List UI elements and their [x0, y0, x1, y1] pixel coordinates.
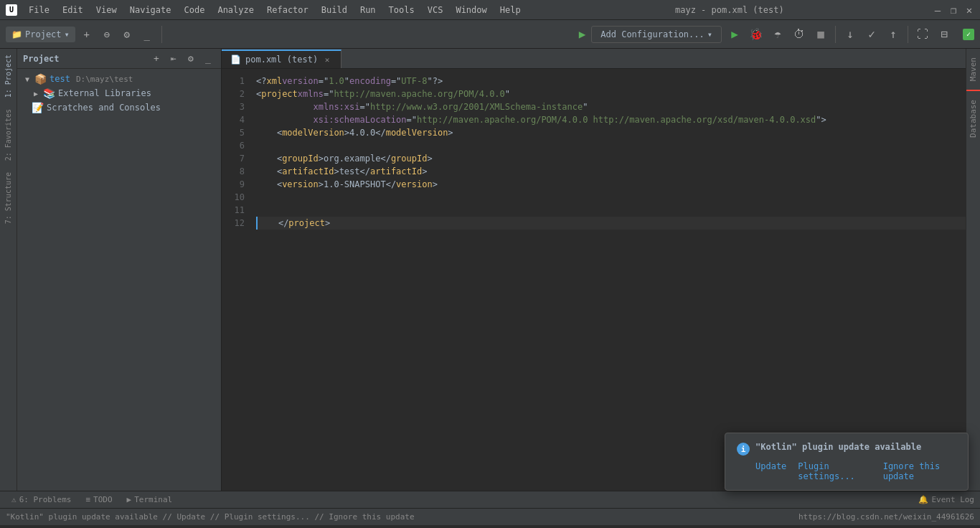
notification-actions: Update Plugin settings... Ignore this up…: [737, 461, 956, 481]
tree-item-scratches[interactable]: 📝 Scratches and Consoles: [17, 100, 221, 115]
project-panel-button[interactable]: 📁 Project ▾: [6, 27, 75, 42]
pom-icon: 📄: [230, 55, 241, 65]
code-editor[interactable]: <?xml version="1.0" encoding="UTF-8"?> <…: [250, 69, 966, 491]
expand-arrow: ▼: [23, 75, 32, 83]
editor-content: 1 2 3 4 5 6 7 8 9 10 11 12 <?xml version…: [222, 69, 966, 491]
event-log-button[interactable]: 🔔 Event Log: [918, 495, 974, 504]
settings-button[interactable]: ⚙: [118, 26, 136, 43]
fullscreen-button[interactable]: ⛶: [913, 24, 933, 44]
statusbar-url: https://blog.csdn.net/weixin_44961626: [798, 512, 974, 522]
editor-tabs: 📄 pom.xml (test) ✕: [222, 49, 966, 69]
database-tab[interactable]: Database: [966, 91, 980, 146]
todo-tab[interactable]: ≡ TODO: [80, 494, 118, 506]
update-link[interactable]: Update: [755, 461, 786, 481]
sidebar-close-button[interactable]: _: [201, 52, 215, 66]
external-libraries-label: External Libraries: [58, 88, 151, 98]
separator: [161, 26, 162, 43]
menu-item-edit[interactable]: Edit: [57, 4, 89, 16]
line-num-11: 11: [222, 204, 245, 217]
menu-item-view[interactable]: View: [90, 4, 123, 16]
notification-header: i "Kotlin" plugin update available: [737, 442, 956, 456]
sidebar-item-structure[interactable]: 7: Structure: [1, 166, 15, 230]
scratches-label: Scratches and Consoles: [47, 103, 161, 113]
line-numbers: 1 2 3 4 5 6 7 8 9 10 11 12: [222, 69, 250, 491]
collapse-button[interactable]: ⊖: [98, 26, 116, 43]
todo-label: TODO: [93, 495, 113, 504]
event-log-icon: 🔔: [918, 495, 928, 504]
vcs-update-button[interactable]: ↓: [840, 24, 860, 44]
menu-item-analyze[interactable]: Analyze: [212, 4, 260, 16]
terminal-tab[interactable]: ▶ Terminal: [121, 494, 179, 506]
window-title: mayz - pom.xml (test): [675, 5, 784, 15]
left-strip: 1: Project 2: Favorites 7: Structure: [0, 49, 17, 491]
far-right-strip: Maven Database: [966, 49, 980, 491]
notification-popup: i "Kotlin" plugin update available Updat…: [725, 433, 969, 491]
statusbar-message: "Kotlin" plugin update available // Upda…: [6, 512, 798, 522]
line-num-7: 7: [222, 152, 245, 165]
menu-item-vcs[interactable]: VCS: [422, 4, 449, 16]
code-line-3: ........... xmlns:xsi="http://www.w3.org…: [256, 100, 966, 113]
check-icon: ✓: [963, 29, 974, 40]
sidebar-item-favorites[interactable]: 2: Favorites: [1, 103, 15, 166]
editor-tab-pom[interactable]: 📄 pom.xml (test) ✕: [222, 50, 341, 68]
info-icon: i: [737, 443, 750, 456]
code-line-8: <artifactId> test </artifactId>: [256, 165, 966, 178]
code-line-6: [256, 139, 966, 152]
restore-button[interactable]: ❐: [948, 5, 958, 15]
toolbar: 📁 Project ▾ + ⊖ ⚙ _ ▶ Add Configuration.…: [0, 20, 980, 49]
coverage-button[interactable]: ☂: [768, 24, 788, 44]
menu-item-run[interactable]: Run: [354, 4, 382, 16]
tree-item-external-libraries[interactable]: ▶ 📚 External Libraries: [17, 86, 221, 100]
menu-item-help[interactable]: Help: [494, 4, 527, 16]
hide-button[interactable]: _: [138, 26, 156, 43]
root-path: D:\mayz\test: [76, 75, 133, 84]
app-icon: U: [6, 4, 17, 16]
split-button[interactable]: ⊟: [934, 24, 954, 44]
minimize-button[interactable]: —: [933, 5, 943, 15]
add-configuration-button[interactable]: Add Configuration... ▾: [591, 26, 722, 43]
run-controls: ▶ 🐞 ☂ ⏱ ■ ↓ ✓ ↑ ⛶ ⊟: [725, 24, 954, 44]
menu-item-tools[interactable]: Tools: [383, 4, 420, 16]
menu-bar: FileEditViewNavigateCodeAnalyzeRefactorB…: [23, 4, 527, 16]
statusbar: "Kotlin" plugin update available // Upda…: [0, 508, 980, 525]
menu-item-build[interactable]: Build: [316, 4, 353, 16]
vcs-commit-button[interactable]: ✓: [862, 24, 882, 44]
folder-icon: 📁: [11, 29, 22, 39]
problems-tab[interactable]: ⚠ 6: Problems: [6, 494, 77, 506]
root-label: test: [50, 74, 70, 84]
plugin-settings-link[interactable]: Plugin settings...: [798, 461, 871, 481]
problems-label: 6: Problems: [19, 495, 72, 504]
code-line-1: <?xml version="1.0" encoding="UTF-8"?>: [256, 75, 966, 88]
line-num-12: 12: [222, 217, 245, 230]
sidebar-settings-button[interactable]: ⚙: [184, 52, 198, 66]
sidebar-item-project[interactable]: 1: Project: [1, 49, 15, 103]
tree-item-root[interactable]: ▼ 📦 test D:\mayz\test: [17, 72, 221, 86]
menu-item-file[interactable]: File: [23, 4, 55, 16]
menu-item-navigate[interactable]: Navigate: [124, 4, 177, 16]
add-content-button[interactable]: +: [149, 52, 164, 66]
maven-tab[interactable]: Maven: [966, 49, 980, 90]
tab-close-button[interactable]: ✕: [322, 55, 332, 65]
profiler-button[interactable]: ⏱: [789, 24, 809, 44]
menu-item-refactor[interactable]: Refactor: [261, 4, 314, 16]
close-button[interactable]: ✕: [964, 5, 974, 15]
collapse-all-button[interactable]: ⇤: [166, 52, 181, 66]
vcs-push-button[interactable]: ↑: [883, 24, 903, 44]
line-num-10: 10: [222, 191, 245, 204]
code-line-11: [256, 204, 966, 217]
run-button[interactable]: ▶: [725, 24, 745, 44]
ignore-update-link[interactable]: Ignore this update: [883, 461, 956, 481]
titlebar-controls: — ❐ ✕: [933, 5, 974, 15]
sidebar-title: Project: [23, 54, 146, 64]
menu-item-window[interactable]: Window: [450, 4, 492, 16]
project-label: Project: [25, 29, 62, 39]
stop-button[interactable]: ■: [811, 24, 831, 44]
code-line-7: <groupId> org.example </groupId>: [256, 152, 966, 165]
line-num-5: 5: [222, 126, 245, 139]
menu-item-code[interactable]: Code: [179, 4, 211, 16]
debug-button[interactable]: 🐞: [746, 24, 766, 44]
editor-area: 📄 pom.xml (test) ✕ 1 2 3 4 5 6 7 8 9 10 …: [222, 49, 966, 491]
line-num-3: 3: [222, 100, 245, 113]
titlebar-left: U FileEditViewNavigateCodeAnalyzeRefacto…: [6, 4, 527, 16]
add-toolbar-button[interactable]: +: [78, 26, 95, 43]
